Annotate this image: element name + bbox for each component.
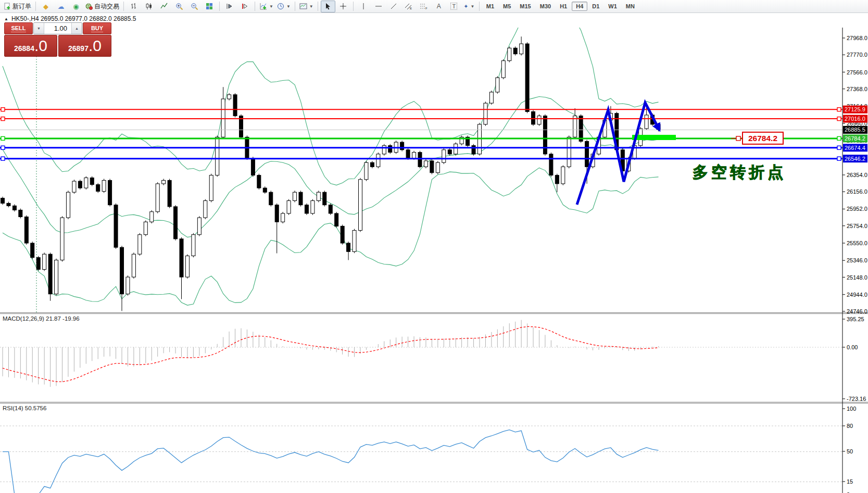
line-handle[interactable] [837, 157, 841, 160]
line-chart-button[interactable] [157, 1, 171, 12]
new-order-label: 新订单 [12, 2, 31, 11]
line-handle[interactable] [837, 108, 841, 111]
toolbar-separator [318, 2, 318, 11]
community-button[interactable]: ☁ [54, 1, 68, 12]
timeframe-m1[interactable]: M1 [482, 2, 498, 11]
candle-body [305, 205, 308, 213]
price-tick-label: 25952.0 [847, 206, 867, 212]
arrows-button[interactable]: ✦▼ [462, 1, 476, 12]
signals-button[interactable]: ◉ [69, 1, 83, 12]
candle-body [513, 48, 517, 54]
line-handle[interactable] [837, 117, 841, 121]
timeframe-m30[interactable]: M30 [536, 2, 555, 11]
candle-body [645, 115, 648, 129]
candle-body [430, 161, 434, 173]
application-window: 新订单 ◆ ☁ ◉ 自动交易 ▼ ▼ ▼ E F A T [0, 0, 868, 493]
candle-body [520, 44, 523, 54]
highlight-bar-annotation[interactable] [632, 135, 676, 140]
timeframe-m5[interactable]: M5 [499, 2, 515, 11]
timeframe-h4[interactable]: H4 [572, 2, 587, 11]
candle-body [132, 254, 135, 277]
line-handle[interactable] [1, 136, 5, 140]
callout-handle[interactable] [736, 136, 740, 141]
timeframe-d1[interactable]: D1 [588, 2, 603, 11]
line-handle[interactable] [837, 146, 841, 149]
candle-body [418, 153, 422, 167]
zoom-out-button[interactable] [187, 1, 202, 12]
vertical-line-button[interactable] [356, 1, 371, 12]
chart-shift-button[interactable] [237, 1, 252, 12]
candle-body [275, 205, 279, 222]
candle-body [329, 205, 332, 213]
label-tool-icon: T [450, 3, 457, 10]
chart-window[interactable]: 多空转折点26784.227968.027770.027566.027368.0… [0, 13, 868, 493]
price-tick-label: 27968.0 [847, 35, 867, 41]
periods-button[interactable]: ▼ [275, 1, 292, 12]
new-order-button[interactable]: 新订单 [2, 1, 33, 12]
sell-button[interactable]: SELL [4, 22, 33, 34]
candle-body [180, 239, 183, 277]
line-handle[interactable] [1, 117, 5, 121]
timeframe-w1[interactable]: W1 [604, 2, 621, 11]
toolbar-separator [295, 2, 295, 11]
candle-body [251, 158, 255, 175]
text-tool-button[interactable]: A [432, 1, 446, 12]
candle-body [204, 201, 207, 218]
candle-body [114, 205, 118, 247]
tile-windows-button[interactable] [202, 1, 217, 12]
volume-decrease-button[interactable]: ▼ [34, 23, 44, 34]
cursor-button[interactable] [321, 1, 335, 12]
fibonacci-button[interactable]: F [417, 1, 431, 12]
styler-button[interactable]: ◆ [39, 1, 53, 12]
candle-body [233, 95, 237, 116]
candle-body [150, 212, 154, 222]
sell-price-frac: .0 [34, 38, 47, 54]
timeframe-m15[interactable]: M15 [515, 2, 535, 11]
candle-body [299, 192, 303, 205]
auto-trading-button[interactable]: 自动交易 [84, 1, 121, 12]
line-handle[interactable] [1, 108, 5, 111]
channel-button[interactable]: E [401, 1, 416, 12]
volume-spinner: ▼ 1.00 ▲ [33, 22, 82, 34]
price-badge-label: 26546.2 [845, 156, 865, 162]
candle-body [7, 203, 10, 206]
line-handle[interactable] [837, 136, 841, 140]
svg-text:F: F [425, 7, 427, 10]
timeframe-h1[interactable]: H1 [556, 2, 571, 11]
svg-text:E: E [410, 7, 412, 10]
chart-title-text: HK50-,H4 26955.0 26977.0 26882.0 26885.5 [11, 15, 136, 22]
text-tool-icon: A [437, 3, 441, 10]
one-click-trading-panel: SELL ▼ 1.00 ▲ BUY 26884.0 26897.0 [4, 22, 111, 57]
macd-tick-label: 395.25 [847, 316, 864, 322]
candle-body [311, 201, 315, 213]
volume-value[interactable]: 1.00 [44, 23, 71, 34]
zoom-in-button[interactable] [172, 1, 186, 12]
buy-button[interactable]: BUY [83, 22, 111, 34]
candlestick-chart-button[interactable] [142, 1, 156, 12]
label-tool-button[interactable]: T [447, 1, 461, 12]
bar-chart-button[interactable] [127, 1, 141, 12]
trendline-button[interactable] [386, 1, 401, 12]
buy-price-box[interactable]: 26897.0 [58, 35, 111, 57]
indicators-button[interactable]: ▼ [258, 1, 275, 12]
turning-point-text[interactable]: 多空转折点 [693, 163, 786, 181]
templates-button[interactable]: ▼ [298, 1, 315, 12]
candle-body [400, 142, 404, 150]
candle-body [370, 162, 374, 167]
horizontal-line-button[interactable] [371, 1, 386, 12]
sell-price-box[interactable]: 26884.0 [4, 35, 57, 57]
auto-scroll-button[interactable] [222, 1, 237, 12]
price-chart[interactable]: 多空转折点26784.227968.027770.027566.027368.0… [0, 13, 868, 493]
volume-increase-button[interactable]: ▲ [71, 23, 82, 34]
candle-body [48, 254, 52, 294]
candle-body [185, 256, 189, 277]
line-handle[interactable] [1, 157, 5, 160]
candle-body [454, 144, 458, 154]
line-handle[interactable] [1, 146, 5, 149]
candlestick-chart-icon [145, 3, 153, 10]
crosshair-button[interactable] [336, 1, 350, 12]
rsi-tick-label: 80 [847, 423, 853, 429]
channel-icon: E [405, 3, 412, 10]
collapse-triangle-icon[interactable]: ▲ [4, 17, 8, 21]
timeframe-mn[interactable]: MN [622, 2, 639, 11]
